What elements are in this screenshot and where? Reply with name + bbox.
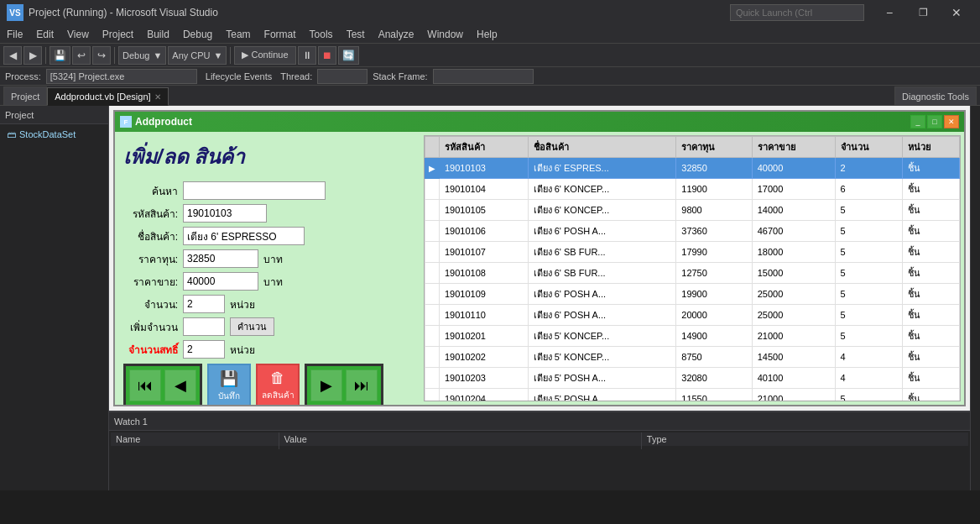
row-selector [425,242,440,263]
menu-build[interactable]: Build [140,25,176,43]
code-input[interactable] [183,204,267,223]
menu-view[interactable]: View [60,25,96,43]
watch-name-cell[interactable] [111,446,279,449]
pause-button[interactable]: ⏸ [298,46,316,65]
table-row[interactable]: 19010204เตียง 5' POSH A...11550210005ชิ้… [425,389,960,401]
menu-test[interactable]: Test [340,25,372,43]
qty-unit: หน่วย [230,296,255,312]
cell-unit: ชิ้น [902,284,959,305]
quick-launch-input[interactable] [730,4,864,21]
form-close-button[interactable]: ✕ [944,115,959,128]
toolbar-save[interactable]: 💾 [50,46,70,65]
table-row[interactable]: 19010201เตียง 5' KONCEP...14900210005ชิ้… [425,326,960,347]
toolbar-undo[interactable]: ↩ [72,46,91,65]
tab-diag-label: Diagnostic Tools [902,92,969,102]
restart-button[interactable]: 🔄 [338,46,359,65]
table-row[interactable]: 19010104เตียง 6' KONCEP...11900170006ชิ้… [425,179,960,200]
search-input[interactable] [183,181,326,200]
vb-form-body: เพิ่ม/ลด สินค้า ค้นหา รหัสสินค้า: [115,132,964,405]
lifecycle-button[interactable]: Lifecycle Events [202,71,275,81]
add-qty-input[interactable] [183,317,225,336]
cell-code: 19010109 [440,284,529,305]
minimize-button[interactable]: − [873,0,906,25]
save-button[interactable]: 💾 บันทึก [207,364,251,405]
project-item-stock[interactable]: 🗃 StockDataSet [3,128,105,141]
form-min-button[interactable]: _ [910,115,925,128]
table-row[interactable]: 19010202เตียง 5' KONCEP...8750145004ชิ้น [425,347,960,368]
cost-unit: บาท [263,251,283,267]
tab-project[interactable]: Project [3,86,47,105]
toolbar-back[interactable]: ◀ [3,46,22,65]
last-button[interactable]: ⏭ [346,369,378,401]
menu-edit[interactable]: Edit [29,25,60,43]
cell-unit: ชิ้น [902,242,959,263]
cell-cost: 32080 [676,368,752,389]
cell-unit: ชิ้น [902,200,959,221]
cost-label: ราคาทุน: [123,251,178,267]
sell-input[interactable] [183,272,258,291]
menu-project[interactable]: Project [96,25,140,43]
menu-team[interactable]: Team [219,25,257,43]
cell-sell: 14000 [752,200,835,221]
restore-button[interactable]: ❐ [906,0,940,25]
cell-code: 19010204 [440,389,529,401]
table-row[interactable]: 19010106เตียง 6' POSH A...37360467005ชิ้… [425,221,960,242]
tab-design[interactable]: Addproduct.vb [Design] ✕ [47,87,168,106]
cell-cost: 14900 [676,326,752,347]
cell-unit: ชิ้น [902,179,959,200]
cell-qty: 2 [835,158,902,179]
form-max-button[interactable]: □ [927,115,942,128]
cell-sell: 40000 [752,158,835,179]
stop-button[interactable]: ⏹ [318,46,336,65]
stack-input[interactable] [433,69,534,84]
process-input[interactable] [46,69,197,84]
calc-button[interactable]: คำนวน [230,317,274,336]
table-row[interactable]: ▶19010103เตียง 6' ESPRES...32850400002ชิ… [425,158,960,179]
cpu-label: Any CPU [172,50,210,60]
close-button[interactable]: ✕ [940,0,973,25]
nav-group-2: ▶ ⏭ [305,364,383,405]
continue-button[interactable]: ▶ Continue [234,46,295,65]
cell-cost: 17990 [676,242,752,263]
cell-qty: 5 [835,263,902,284]
menu-help[interactable]: Help [470,25,504,43]
next-button[interactable]: ▶ [310,369,342,401]
table-row[interactable]: 19010110เตียง 6' POSH A...20000250005ชิ้… [425,305,960,326]
table-row[interactable]: 19010203เตียง 5' POSH A...32080401004ชิ้… [425,368,960,389]
toolbar-redo[interactable]: ↪ [92,46,111,65]
thread-label: Thread: [280,71,312,81]
prev-button[interactable]: ◀ [164,369,196,401]
first-button[interactable]: ⏮ [129,369,161,401]
menu-analyze[interactable]: Analyze [372,25,421,43]
qty-input[interactable] [183,295,225,313]
table-row[interactable]: 19010108เตียง 6' SB FUR...12750150005ชิ้… [425,263,960,284]
menu-file[interactable]: File [0,25,29,43]
cell-code: 19010107 [440,242,529,263]
toolbar-fwd[interactable]: ▶ [23,46,42,65]
cost-input[interactable] [183,249,258,268]
thread-input[interactable] [317,69,368,84]
cpu-dropdown[interactable]: Any CPU ▼ [168,46,227,65]
table-row[interactable]: 19010105เตียง 6' KONCEP...9800140005ชิ้น [425,200,960,221]
cell-code: 19010203 [440,368,529,389]
cell-cost: 19900 [676,284,752,305]
menu-tools[interactable]: Tools [303,25,340,43]
table-row[interactable]: 19010109เตียง 6' POSH A...19900250005ชิ้… [425,284,960,305]
cell-sell: 18000 [752,242,835,263]
tab-diag[interactable]: Diagnostic Tools [894,86,977,105]
menu-format[interactable]: Format [258,25,303,43]
del-button[interactable]: 🗑 ลดสินค้า [256,364,300,405]
name-input[interactable] [183,227,305,245]
cpu-arrow-icon: ▼ [214,50,223,60]
table-row[interactable]: 19010107เตียง 6' SB FUR...17990180005ชิ้… [425,242,960,263]
design-area: F Addproduct _ □ ✕ เพิ่ม/ลด สินค้า ค้นห [109,106,970,490]
cell-name: เตียง 6' KONCEP... [528,179,676,200]
tab-design-close[interactable]: ✕ [154,92,161,102]
stock-input[interactable] [183,340,225,359]
row-selector [425,263,440,284]
search-label: ค้นหา [123,183,178,199]
menu-window[interactable]: Window [420,25,470,43]
cell-unit: ชิ้น [902,158,959,179]
debug-dropdown[interactable]: Debug ▼ [118,46,166,65]
menu-debug[interactable]: Debug [176,25,219,43]
